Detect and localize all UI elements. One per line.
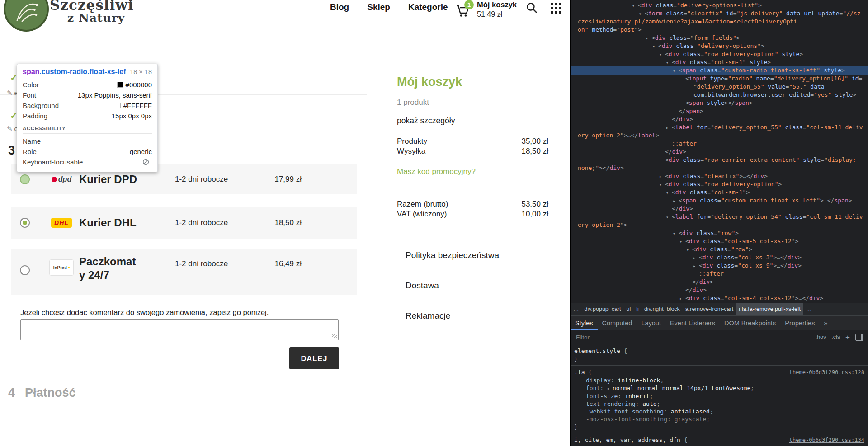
tree-expand-arrow[interactable]: ▾: [673, 67, 679, 75]
stylesheet-link[interactable]: theme-0b6d3f290.css:134: [789, 437, 864, 443]
dom-tree-line[interactable]: ▸<div class="col-xs-3">…</div>: [571, 254, 868, 262]
order-comment-input[interactable]: [20, 319, 339, 340]
breadcrumb-item[interactable]: a.remove-from-cart: [683, 303, 736, 315]
tab-more[interactable]: »: [819, 316, 832, 330]
dom-tree-line[interactable]: ▾<div class="col-sm-5 col-xs-12">: [571, 237, 868, 245]
dom-tree-line[interactable]: ▾<div class="col-sm-1">: [571, 188, 868, 197]
breadcrumb-item[interactable]: i.fa.fa-remove.pull-xs-left: [736, 303, 803, 315]
tree-expand-arrow[interactable]: ▸: [673, 197, 679, 205]
dom-tree-line[interactable]: ery-option-2">…</label>: [571, 131, 868, 140]
dom-tree-line[interactable]: </div>: [571, 286, 868, 294]
css-property[interactable]: -webkit-font-smoothing: antialiased;: [574, 408, 864, 415]
styles-filter-input[interactable]: [575, 333, 816, 341]
css-property[interactable]: text-rendering: auto;: [574, 400, 864, 408]
dom-tree-line[interactable]: </span>: [571, 107, 868, 115]
nav-item-blog[interactable]: Blog: [330, 2, 349, 12]
cart-button[interactable]: 1: [456, 0, 476, 18]
dom-tree-line[interactable]: ::after: [571, 270, 868, 278]
promo-code-link[interactable]: Masz kod promocyjny?: [397, 167, 548, 176]
footer-link[interactable]: Polityka bezpieczeństwa: [406, 250, 499, 260]
dom-tree-line[interactable]: ery-option-2">: [571, 221, 868, 229]
dom-tree-line[interactable]: ▸<div class="col-xs-9">…</div>: [571, 262, 868, 270]
dom-tree-line[interactable]: <span style></span>: [571, 99, 868, 107]
delivery-option-row[interactable]: InPostPaczkomaty 24/71-2 dni robocze16,4…: [11, 249, 357, 295]
tree-expand-arrow[interactable]: ▸: [666, 124, 672, 132]
tree-expand-arrow[interactable]: ▾: [666, 189, 672, 197]
dom-tree-line[interactable]: ▾<div class="row">: [571, 229, 868, 237]
search-button[interactable]: [526, 2, 538, 14]
element-classes-button[interactable]: .cls: [831, 334, 840, 340]
dom-tree-line[interactable]: ▸<label for="delivery_option_55" class="…: [571, 123, 868, 131]
dom-tree-line[interactable]: ▾<div class="row delivery-option">: [571, 180, 868, 188]
stylesheet-link[interactable]: theme-0b6d3f290.css:128: [789, 369, 864, 376]
dom-tree-line[interactable]: ::after: [571, 140, 868, 148]
css-selector[interactable]: i, cite, em, var, address, dfn: [574, 437, 680, 443]
tree-expand-arrow[interactable]: ▾: [652, 42, 658, 51]
dom-tree-line[interactable]: ▾<label for="delivery_option_54" class="…: [571, 213, 868, 221]
tab-properties[interactable]: Properties: [780, 316, 819, 330]
dom-tree-line[interactable]: com.bitwarden.browser.user-edited="yes" …: [571, 91, 868, 99]
delivery-option-row[interactable]: DHLKurier DHL1-2 dni robocze18,50 zł: [11, 207, 357, 239]
tab-styles[interactable]: Styles: [571, 316, 598, 330]
delivery-radio[interactable]: [20, 174, 30, 184]
dom-tree-line[interactable]: <div class="row carrier-extra-content" s…: [571, 156, 868, 164]
continue-button[interactable]: DALEJ: [289, 347, 339, 369]
delivery-radio[interactable]: [20, 265, 30, 275]
tree-expand-arrow[interactable]: ▸: [659, 173, 665, 181]
dom-tree-line[interactable]: </div>: [571, 148, 868, 156]
dom-tree-line[interactable]: ▾<span class="custom-radio float-xs-left…: [571, 66, 868, 75]
breadcrumb-item[interactable]: div.right_block: [642, 303, 683, 315]
css-property[interactable]: -moz-osx-font-smoothing: grayscale;: [574, 415, 864, 423]
show-details-link[interactable]: pokaż szczegóły: [397, 116, 548, 126]
dom-tree-line[interactable]: ▸<span class="custom-radio float-xs-left…: [571, 197, 868, 205]
tree-expand-arrow[interactable]: ▾: [666, 213, 672, 221]
cart-label[interactable]: Mój koszyk: [477, 0, 517, 9]
footer-link[interactable]: Reklamacje: [406, 310, 499, 321]
expand-value-arrow[interactable]: ▸: [607, 386, 613, 391]
dom-tree-line[interactable]: czesliwiznatury.pl/zamówienie?ajax=1&act…: [571, 18, 868, 26]
toggle-element-state-button[interactable]: :hov: [816, 334, 826, 340]
tree-expand-arrow[interactable]: ▸: [693, 262, 699, 270]
breadcrumb-item[interactable]: li: [633, 303, 642, 315]
dom-tree-line[interactable]: <input type="radio" name="delivery_optio…: [571, 75, 868, 83]
dom-tree-line[interactable]: </div>: [571, 205, 868, 213]
tree-expand-arrow[interactable]: ▸: [679, 295, 685, 303]
tree-expand-arrow[interactable]: ▸: [693, 254, 699, 262]
dom-tree-line[interactable]: ▸<div class="col-sm-4 col-xs-12">…</div>: [571, 294, 868, 302]
tree-expand-arrow[interactable]: ▾: [639, 10, 645, 18]
tree-expand-arrow[interactable]: ▾: [686, 246, 692, 254]
dom-tree-line[interactable]: ▾<form class="clearfix" id="js-delivery"…: [571, 9, 868, 18]
tree-expand-arrow[interactable]: ▾: [679, 238, 685, 246]
nav-item-sklep[interactable]: Sklep: [367, 2, 390, 12]
nav-item-kategorie[interactable]: Kategorie: [408, 2, 448, 12]
tree-expand-arrow[interactable]: ▾: [673, 230, 679, 238]
css-property[interactable]: display: inline-block;: [574, 376, 864, 384]
dom-tree-line[interactable]: ▾<div class="row delivery-option" style>: [571, 50, 868, 58]
new-style-rule-button[interactable]: +: [845, 333, 850, 341]
dom-tree-line[interactable]: ▾<div class="form-fields">: [571, 34, 868, 42]
css-selector[interactable]: .fa: [574, 369, 585, 376]
tab-event-listeners[interactable]: Event Listeners: [665, 316, 720, 330]
dom-tree-line[interactable]: </div>: [571, 115, 868, 123]
css-property[interactable]: font-size: inherit;: [574, 392, 864, 400]
dom-tree-line[interactable]: "delivery_option_55" value="55," data-: [571, 83, 868, 91]
tree-expand-arrow[interactable]: ▾: [632, 2, 638, 10]
dom-tree-line[interactable]: on" method="post">: [571, 26, 868, 34]
dom-tree-line[interactable]: ▸<div class="clearfix">…</div>: [571, 172, 868, 180]
delivery-radio[interactable]: [20, 218, 30, 228]
sidebar-toggle-icon[interactable]: [855, 334, 863, 341]
dom-tree-line[interactable]: </div>: [571, 278, 868, 286]
tab-layout[interactable]: Layout: [637, 316, 665, 330]
tree-expand-arrow[interactable]: ▾: [659, 51, 665, 59]
css-property[interactable]: font: ▸ normal normal normal 14px/1 Font…: [574, 384, 864, 392]
breadcrumb-item[interactable]: div.popup_cart: [582, 303, 624, 315]
css-property[interactable]: font-style: normal;: [574, 444, 864, 446]
footer-link[interactable]: Dostawa: [406, 280, 499, 291]
brand-logo[interactable]: [4, 0, 49, 32]
dom-tree-line[interactable]: ▾<div class="row">: [571, 245, 868, 254]
dom-tree-line[interactable]: ▾<div class="delivery-options">: [571, 42, 868, 50]
apps-grid-button[interactable]: [551, 3, 561, 14]
css-selector[interactable]: element.style: [574, 347, 620, 354]
tree-expand-arrow[interactable]: ▾: [646, 34, 651, 42]
dom-tree-line[interactable]: ▾<div class="delivery-options-list">: [571, 1, 868, 9]
